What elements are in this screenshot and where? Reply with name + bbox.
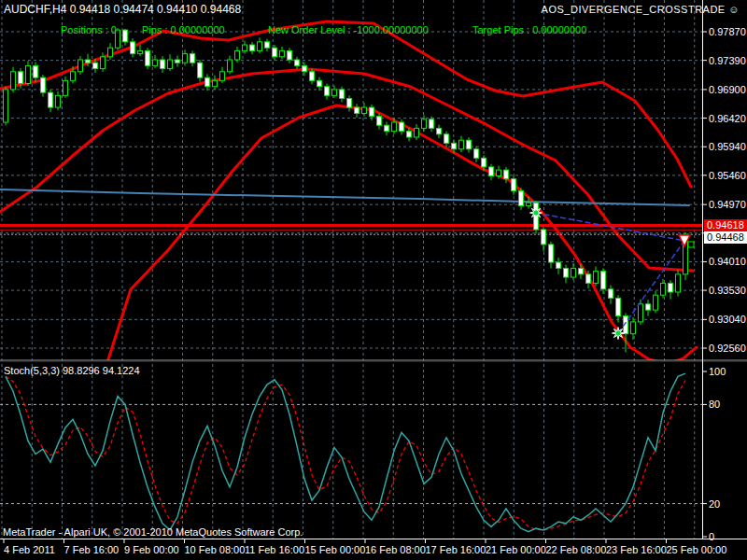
stoch-axis-label: 20 xyxy=(709,498,720,510)
candle xyxy=(557,258,561,274)
candle xyxy=(325,84,330,100)
candle xyxy=(310,69,315,85)
candle xyxy=(676,270,681,297)
time-axis-label: 7 Feb 16:00 xyxy=(64,544,120,555)
candle xyxy=(542,227,546,252)
candle xyxy=(519,188,524,210)
main-chart-panel xyxy=(0,21,702,364)
candle xyxy=(56,91,61,110)
candle xyxy=(609,285,613,303)
candle xyxy=(258,37,262,53)
bid-price-tag: 0.94468 xyxy=(704,231,747,244)
candle xyxy=(4,87,8,125)
candle xyxy=(205,74,210,91)
candle xyxy=(444,132,449,147)
time-axis-label: 25 Feb 00:00 xyxy=(667,544,727,555)
price-axis-label: 0.94010 xyxy=(709,256,746,267)
candle xyxy=(168,54,173,71)
candle xyxy=(430,117,434,133)
candle xyxy=(347,95,352,111)
candle xyxy=(34,63,38,83)
time-axis-label: 16 Feb 08:00 xyxy=(365,544,426,555)
bollinger-upper-band xyxy=(0,21,691,187)
candle xyxy=(280,47,285,59)
candle xyxy=(265,39,270,51)
price-axis-label: 0.95940 xyxy=(709,141,746,152)
candle xyxy=(138,45,143,56)
candle xyxy=(198,60,203,82)
square-marker xyxy=(688,242,694,247)
candle xyxy=(317,77,322,91)
candle xyxy=(594,267,599,287)
grid xyxy=(0,0,702,539)
candle xyxy=(176,56,180,67)
stoch-main-line xyxy=(6,373,685,532)
candle xyxy=(377,113,382,129)
candle xyxy=(26,61,31,86)
candle xyxy=(146,48,150,69)
stochastic-panel xyxy=(6,373,685,532)
candle xyxy=(250,42,255,54)
mt4-chart-window: 0.978700.973900.969000.964200.959400.954… xyxy=(0,0,747,560)
candle xyxy=(669,280,673,299)
signal-star-marker xyxy=(613,328,625,340)
signal-star-marker xyxy=(530,207,543,219)
price-axis-label: 0.93530 xyxy=(709,285,746,296)
stoch-axis-label: 0 xyxy=(709,531,714,542)
price-axis-label: 0.96420 xyxy=(709,113,746,124)
candle xyxy=(213,76,218,90)
candle xyxy=(385,121,389,135)
time-axis-label: 9 Feb 00:00 xyxy=(124,544,179,555)
candle xyxy=(564,265,569,284)
candle xyxy=(474,147,479,162)
price-axis-label: 0.97390 xyxy=(709,55,746,66)
price-axis[interactable]: 0.978700.973900.969000.964200.959400.954… xyxy=(703,26,746,542)
time-axis-label: 21 Feb 00:00 xyxy=(486,544,546,555)
candle xyxy=(437,125,442,139)
candle xyxy=(400,119,404,135)
candle xyxy=(190,50,195,66)
candle xyxy=(153,55,158,68)
price-axis-label: 0.96900 xyxy=(709,84,746,95)
candle xyxy=(616,295,621,322)
time-axis-label: 15 Feb 00:00 xyxy=(305,544,366,555)
candle xyxy=(41,75,46,97)
stoch-signal-line xyxy=(6,376,685,530)
price-axis-label: 0.93040 xyxy=(709,314,746,325)
candle xyxy=(571,263,576,280)
time-axis-label: 10 Feb 08:00 xyxy=(185,544,246,555)
candle xyxy=(78,56,83,75)
candle xyxy=(183,49,188,65)
candle xyxy=(63,77,68,98)
candle xyxy=(228,56,233,75)
candle xyxy=(422,115,427,131)
stoch-axis-label: 100 xyxy=(709,366,726,377)
candle xyxy=(467,137,472,153)
level-price-tag: 0.94618 xyxy=(704,219,747,231)
price-axis-label: 0.95460 xyxy=(709,170,746,181)
time-axis-label: 17 Feb 16:00 xyxy=(426,544,486,555)
candle xyxy=(161,56,165,73)
candle xyxy=(355,104,359,118)
time-axis-label: 22 Feb 08:00 xyxy=(546,544,607,555)
candle xyxy=(11,67,16,92)
price-axis-label: 0.92560 xyxy=(709,343,746,354)
time-axis[interactable]: 4 Feb 20117 Feb 16:009 Feb 00:0010 Feb 0… xyxy=(4,539,726,555)
chart-canvas[interactable]: 0.978700.973900.969000.964200.959400.954… xyxy=(0,0,747,560)
candle xyxy=(340,87,345,103)
price-axis-label: 0.94970 xyxy=(709,199,746,210)
candle xyxy=(116,28,120,50)
candle xyxy=(108,43,113,60)
candle xyxy=(220,67,225,83)
time-axis-label: 11 Feb 16:00 xyxy=(245,544,304,555)
candle xyxy=(654,291,658,314)
candle xyxy=(624,313,628,352)
price-axis-label: 0.97870 xyxy=(709,26,746,37)
candle xyxy=(415,124,419,140)
time-axis-label: 23 Feb 16:00 xyxy=(606,544,667,555)
candle xyxy=(49,90,53,112)
candle xyxy=(131,38,135,57)
stoch-axis-label: 80 xyxy=(709,399,720,410)
time-axis-label: 4 Feb 2011 xyxy=(4,544,55,555)
candle xyxy=(362,103,367,117)
